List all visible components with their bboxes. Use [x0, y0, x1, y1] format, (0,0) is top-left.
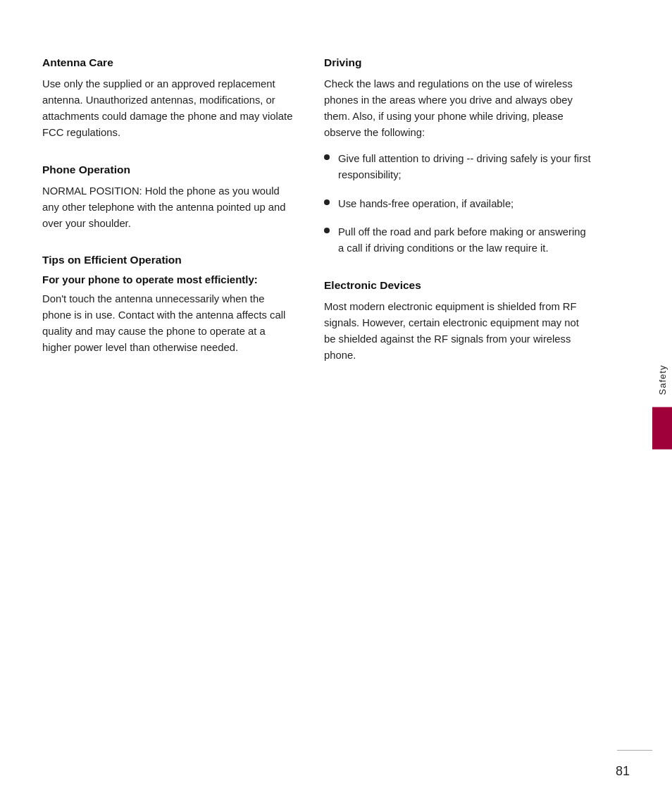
- tips-efficient-section: Tips on Efficient Operation For your pho…: [42, 254, 296, 356]
- bullet-text-3: Pull off the road and park before making…: [338, 224, 592, 257]
- bullet-item-1: Give full attention to driving -- drivin…: [324, 151, 592, 183]
- phone-operation-body: NORMAL POSITION: Hold the phone as you w…: [42, 183, 296, 232]
- tips-efficient-subtitle: For your phone to operate most efficient…: [42, 273, 296, 285]
- antenna-care-body: Use only the supplied or an approved rep…: [42, 76, 296, 141]
- sidebar-label: Safety: [657, 357, 668, 402]
- page-divider: [617, 750, 652, 751]
- driving-section: Driving Check the laws and regulations o…: [324, 56, 592, 257]
- antenna-care-section: Antenna Care Use only the supplied or an…: [42, 56, 296, 141]
- driving-title: Driving: [324, 56, 592, 69]
- driving-bullets: Give full attention to driving -- drivin…: [324, 151, 592, 257]
- sidebar-tab: Safety: [652, 357, 672, 450]
- electronic-devices-title: Electronic Devices: [324, 279, 592, 292]
- right-column: Driving Check the laws and regulations o…: [324, 56, 592, 765]
- bullet-dot-3: [324, 228, 330, 233]
- bullet-item-3: Pull off the road and park before making…: [324, 224, 592, 257]
- bullet-text-1: Give full attention to driving -- drivin…: [338, 151, 592, 183]
- bullet-dot-2: [324, 199, 330, 205]
- tips-efficient-body: Don't touch the antenna unnecessarily wh…: [42, 291, 296, 356]
- electronic-devices-section: Electronic Devices Most modern electroni…: [324, 279, 592, 364]
- page-content: Antenna Care Use only the supplied or an…: [0, 0, 672, 807]
- bullet-dot-1: [324, 154, 330, 160]
- driving-intro: Check the laws and regulations on the us…: [324, 76, 592, 141]
- phone-operation-section: Phone Operation NORMAL POSITION: Hold th…: [42, 164, 296, 232]
- phone-operation-title: Phone Operation: [42, 164, 296, 176]
- bullet-item-2: Use hands-free operation, if available;: [324, 196, 592, 212]
- page-number: 81: [616, 764, 630, 779]
- sidebar-bar: [652, 407, 672, 450]
- antenna-care-title: Antenna Care: [42, 56, 296, 69]
- tips-efficient-title: Tips on Efficient Operation: [42, 254, 296, 266]
- bullet-text-2: Use hands-free operation, if available;: [338, 196, 514, 212]
- left-column: Antenna Care Use only the supplied or an…: [42, 56, 296, 765]
- electronic-devices-body: Most modern electronic equipment is shie…: [324, 299, 592, 364]
